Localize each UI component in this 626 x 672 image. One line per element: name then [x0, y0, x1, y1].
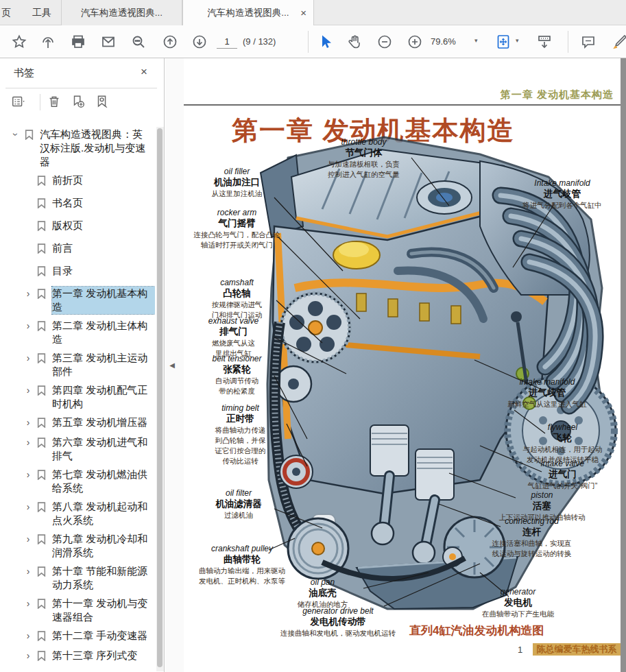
bookmark-item[interactable]: › 第四章 发动机配气正时机构	[7, 383, 155, 411]
previous-page-icon[interactable]	[162, 34, 178, 50]
bookmark-item[interactable]: › 第十章 节能和新能源动力系统	[7, 564, 155, 592]
bookmark-item[interactable]: › 第十二章 手动变速器	[7, 629, 155, 644]
star-icon[interactable]	[11, 34, 27, 50]
bookmark-label[interactable]: 第七章 发动机燃油供给系统	[52, 468, 155, 495]
bookmark-item[interactable]: › 第六章 发动机进气和排气	[7, 435, 155, 463]
bookmark-label[interactable]: 第六章 发动机进气和排气	[52, 435, 155, 463]
bookmark-item[interactable]: 书名页	[7, 196, 155, 211]
bookmark-label[interactable]: 第一章 发动机基本构造	[52, 287, 155, 314]
bookmark-label[interactable]: 第十三章 序列式变	[52, 649, 155, 662]
tab-document-2-active[interactable]: 汽车构造透视图典... ×	[182, 0, 314, 26]
bookmark-icon	[37, 416, 52, 431]
bookmark-label[interactable]: 第八章 发动机起动和点火系统	[52, 500, 155, 527]
bookmark-label[interactable]: 第四章 发动机配气正时机构	[52, 383, 155, 411]
tab-tools[interactable]: 工具	[23, 0, 61, 25]
label-zh: 进气歧管	[507, 188, 617, 200]
bookmark-item[interactable]: 前言	[7, 241, 155, 256]
bookmark-item[interactable]: › 第二章 发动机主体构造	[7, 319, 155, 346]
bookmark-label[interactable]: 前言	[52, 241, 155, 255]
chevron-right-icon[interactable]: ›	[19, 500, 37, 514]
sidebar-scrollbar[interactable]	[156, 127, 164, 671]
bookmark-item[interactable]: › 第七章 发动机燃油供给系统	[7, 468, 155, 495]
bookmark-item[interactable]: › 第八章 发动机起动和点火系统	[7, 500, 155, 527]
scrolling-mode-icon[interactable]	[536, 34, 553, 50]
bookmark-item[interactable]: 目录	[7, 264, 155, 279]
search-icon[interactable]	[130, 34, 147, 50]
find-bookmark-icon[interactable]	[95, 94, 111, 110]
bookmark-item[interactable]: › 第十一章 发动机与变速器组合	[7, 597, 155, 624]
label-desc: 气缸进气的开关“阀门”	[509, 481, 616, 491]
chevron-right-icon[interactable]: ›	[19, 416, 37, 429]
comment-icon[interactable]	[580, 34, 597, 50]
chevron-right-icon[interactable]: ›	[19, 468, 37, 481]
bookmark-label[interactable]: 第九章 发动机冷却和润滑系统	[52, 532, 155, 560]
add-bookmark-icon[interactable]	[71, 94, 87, 110]
zoom-caret-icon[interactable]: ▾	[474, 37, 478, 44]
bookmark-label[interactable]: 书名页	[52, 196, 155, 210]
bookmark-label[interactable]: 第五章 发动机增压器	[52, 416, 155, 429]
bookmark-item[interactable]: › 第三章 发动机主运动部件	[7, 351, 155, 379]
next-page-icon[interactable]	[191, 34, 208, 50]
engine-label-rocker-arm: rocker arm 气门摇臂 连接凸轮与气门，配合凸轮 轴适时打开或关闭气门	[184, 208, 290, 250]
bookmark-icon	[37, 287, 52, 302]
label-en: timing belt	[191, 403, 290, 413]
email-icon[interactable]	[100, 34, 117, 50]
fit-page-caret-icon[interactable]: ▾	[516, 37, 519, 44]
fit-page-icon[interactable]	[495, 34, 511, 50]
chevron-right-icon[interactable]: ›	[19, 351, 37, 365]
zoom-level-value[interactable]: 79.6%	[431, 35, 466, 49]
label-zh: 进气歧管	[489, 387, 605, 398]
bookmark-options-icon[interactable]	[11, 94, 27, 110]
label-zh: 机油加注口	[191, 176, 283, 188]
tab-home-partial[interactable]: 页	[1, 0, 11, 25]
label-en: oil filler	[191, 167, 283, 176]
chevron-down-icon[interactable]: ›	[9, 128, 23, 143]
hand-tool-icon[interactable]	[346, 34, 363, 50]
bookmark-label[interactable]: 第十二章 手动变速器	[52, 629, 155, 643]
chevron-right-icon[interactable]: ›	[19, 319, 37, 333]
page-number-input[interactable]: 1	[217, 35, 237, 49]
close-icon[interactable]: ×	[300, 0, 306, 25]
chevron-right-icon[interactable]: ›	[19, 629, 37, 643]
chevron-right-icon[interactable]: ›	[19, 287, 37, 300]
delete-bookmark-icon[interactable]	[47, 94, 63, 110]
chevron-right-icon[interactable]: ›	[19, 532, 37, 546]
select-tool-icon[interactable]	[317, 34, 333, 50]
bookmark-item[interactable]: › 第五章 发动机增压器	[7, 416, 155, 431]
bookmark-label[interactable]: 版权页	[52, 219, 155, 232]
tab-document-1[interactable]: 汽车构造透视图典...	[61, 0, 182, 25]
bookmark-item-root[interactable]: › 汽车构造透视图典：英汉标注版.发动机与变速器	[7, 128, 155, 169]
chevron-right-icon[interactable]: ›	[19, 435, 37, 449]
bookmark-label[interactable]: 汽车构造透视图典：英汉标注版.发动机与变速器	[40, 128, 148, 169]
collapse-panel-icon[interactable]: ◀	[167, 355, 178, 376]
highlighter-pencil-icon[interactable]	[612, 34, 626, 50]
bookmark-item[interactable]: › 第九章 发动机冷却和润滑系统	[7, 532, 155, 560]
label-zh: 曲轴带轮	[184, 553, 300, 565]
label-desc: 连接曲轴和发电机，驱动发电机运转	[276, 628, 400, 638]
sidebar-scrollbar-thumb[interactable]	[157, 128, 162, 667]
bookmark-item[interactable]: 版权页	[7, 219, 155, 234]
chevron-right-icon[interactable]: ›	[19, 383, 37, 397]
bookmark-label[interactable]: 第三章 发动机主运动部件	[52, 351, 155, 379]
zoom-in-icon[interactable]	[407, 34, 423, 50]
label-zh: 凸轮轴	[191, 287, 283, 299]
bookmark-label[interactable]: 目录	[52, 264, 155, 278]
bookmark-label[interactable]: 第十一章 发动机与变速器组合	[52, 597, 155, 624]
document-viewport[interactable]: 第一章 发动机基本构造 第一章 发动机基本构造	[184, 58, 626, 672]
label-en: piston	[482, 490, 602, 500]
bookmark-icon	[37, 219, 52, 234]
bookmark-label[interactable]: 第十章 节能和新能源动力系统	[52, 564, 155, 592]
bookmark-item-selected[interactable]: › 第一章 发动机基本构造	[7, 287, 155, 314]
chevron-right-icon[interactable]: ›	[19, 649, 37, 662]
zoom-out-icon[interactable]	[376, 34, 393, 50]
chevron-right-icon[interactable]: ›	[19, 564, 37, 578]
bookmark-label[interactable]: 第二章 发动机主体构造	[52, 319, 155, 346]
share-upload-icon[interactable]	[40, 34, 56, 50]
print-icon[interactable]	[70, 34, 86, 50]
bookmark-item[interactable]: 前折页	[7, 173, 155, 189]
chevron-right-icon[interactable]: ›	[19, 597, 37, 610]
close-icon[interactable]: ×	[141, 65, 147, 79]
series-badge[interactable]: 陈总编爱车热线书系	[533, 643, 621, 656]
bookmark-label[interactable]: 前折页	[52, 173, 155, 187]
bookmark-item[interactable]: › 第十三章 序列式变	[7, 649, 155, 664]
